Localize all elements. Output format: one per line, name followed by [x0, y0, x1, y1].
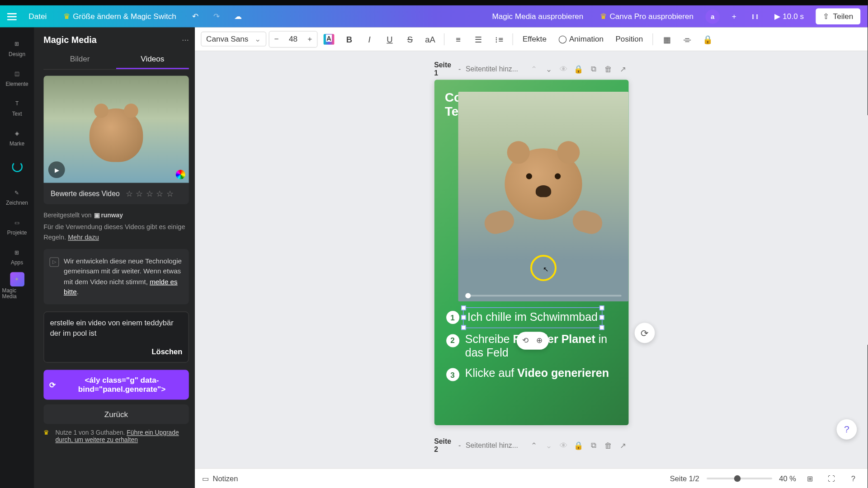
footer-bar: ▭Notizen Seite 1/2 40 % ⊞ ⛶ ?: [195, 468, 868, 488]
video-thumbnail[interactable]: [43, 75, 189, 183]
page-up-icon[interactable]: ⌃: [529, 440, 539, 451]
strikethrough-button[interactable]: S: [401, 30, 419, 48]
align-button[interactable]: ≡: [449, 30, 467, 48]
help-icon[interactable]: ?: [846, 471, 861, 486]
rating-stars[interactable]: ☆ ☆ ☆ ☆ ☆: [126, 189, 174, 198]
try-pro-button[interactable]: ♛Canva Pro ausprobieren: [595, 9, 698, 23]
star-icon[interactable]: ☆: [126, 189, 133, 198]
prompt-text[interactable]: erstelle ein video von einem teddybär de…: [50, 318, 183, 343]
color-wheel-icon[interactable]: [176, 170, 185, 179]
page-up-icon[interactable]: ⌃: [529, 63, 539, 75]
back-button[interactable]: Zurück: [43, 404, 189, 424]
star-icon[interactable]: ☆: [146, 189, 154, 198]
zoom-value[interactable]: 40 %: [779, 474, 796, 483]
page-1-canvas[interactable]: CoolerTeddy ↖ 1 Ich chille im Schw: [434, 80, 628, 425]
prompt-input[interactable]: erstelle ein video von einem teddybär de…: [43, 311, 189, 362]
refresh-element-button[interactable]: ⟳: [634, 323, 655, 343]
notes-icon: ▭: [202, 474, 209, 483]
tab-images[interactable]: Bilder: [43, 49, 116, 69]
rail-uploads[interactable]: [2, 152, 32, 181]
rail-magic-media[interactable]: ✦Magic Media: [2, 272, 32, 300]
rail-brand[interactable]: ◈Marke: [2, 123, 32, 151]
font-selector[interactable]: Canva Sans⌄: [201, 32, 266, 47]
text-color-button[interactable]: [320, 30, 338, 48]
rail-apps[interactable]: ⊞Apps: [2, 242, 32, 270]
more-page-icon[interactable]: ↗: [618, 440, 628, 451]
page-indicator[interactable]: Seite 1/2: [670, 474, 699, 483]
case-button[interactable]: aA: [421, 30, 439, 48]
effects-button[interactable]: Effekte: [518, 32, 551, 46]
video-progress-bar[interactable]: [465, 295, 621, 296]
copy-style-button[interactable]: ⌯: [678, 30, 696, 48]
rail-draw[interactable]: ✎Zeichnen: [2, 182, 32, 211]
rail-elements[interactable]: ◫Elemente: [2, 63, 32, 92]
page-down-icon[interactable]: ⌄: [544, 440, 554, 451]
insights-icon[interactable]: ⫾⫾: [748, 9, 763, 23]
star-icon[interactable]: ☆: [136, 189, 143, 198]
cloud-sync-icon[interactable]: ☁: [231, 9, 245, 23]
panel-more-icon[interactable]: ⋯: [182, 35, 189, 43]
underline-button[interactable]: U: [381, 30, 399, 48]
step-2-text[interactable]: Schreibe Fremder Planet in das Feld ⟲⊕: [465, 333, 620, 360]
undo-icon[interactable]: ↶: [188, 9, 203, 23]
page-title-input[interactable]: [466, 441, 519, 450]
increase-size-button[interactable]: +: [303, 31, 317, 47]
lock-button[interactable]: 🔒: [698, 30, 717, 48]
document-title[interactable]: Magic Media ausprobieren: [487, 9, 588, 23]
delete-page-icon[interactable]: 🗑: [603, 440, 613, 451]
selection-box[interactable]: [462, 307, 602, 328]
duplicate-page-icon[interactable]: ⧉: [589, 440, 599, 451]
usage-link[interactable]: Mehr dazu: [68, 233, 99, 240]
step-1-text[interactable]: Ich chille im Schwimmbad: [465, 310, 600, 325]
resize-menu[interactable]: ♛Größe ändern & Magic Switch: [59, 9, 181, 23]
step-3-text[interactable]: Klicke auf Video generieren: [465, 367, 609, 380]
plus-icon[interactable]: ⊕: [533, 334, 546, 347]
lock-page-icon[interactable]: 🔒: [574, 440, 584, 451]
hide-page-icon[interactable]: 👁: [559, 63, 569, 75]
fullscreen-icon[interactable]: ⛶: [825, 471, 839, 486]
spacing-button[interactable]: ⫶≡: [490, 30, 508, 48]
delete-page-icon[interactable]: 🗑: [603, 63, 613, 75]
help-button[interactable]: ?: [836, 419, 857, 440]
clear-button[interactable]: Löschen: [50, 348, 183, 356]
star-icon[interactable]: ☆: [156, 189, 164, 198]
present-button[interactable]: ▶ 10.0 s: [770, 9, 809, 23]
redo-icon[interactable]: ↷: [210, 9, 224, 23]
grid-view-icon[interactable]: ⊞: [803, 471, 818, 486]
rotate-icon[interactable]: ⟲: [519, 334, 532, 347]
video-element[interactable]: ↖: [458, 92, 628, 301]
add-member-icon[interactable]: +: [727, 9, 741, 23]
transparency-button[interactable]: ▦: [658, 30, 676, 48]
collapse-panel-icon[interactable]: ‹: [194, 240, 195, 276]
rail-projects[interactable]: ▭Projekte: [2, 212, 32, 240]
font-size-value[interactable]: 48: [283, 34, 302, 43]
share-button[interactable]: ⇧Teilen: [816, 8, 860, 24]
animation-button[interactable]: ◯ Animation: [554, 32, 609, 46]
decrease-size-button[interactable]: −: [269, 31, 284, 47]
file-menu[interactable]: Datei: [24, 9, 52, 23]
notes-button[interactable]: ▭Notizen: [202, 474, 238, 483]
menu-icon[interactable]: [7, 13, 17, 20]
hide-page-icon[interactable]: 👁: [559, 440, 569, 451]
floating-toolbar[interactable]: ⟲⊕: [516, 332, 548, 350]
more-page-icon[interactable]: ↗: [618, 63, 628, 75]
italic-button[interactable]: I: [360, 30, 378, 48]
page-down-icon[interactable]: ⌄: [544, 63, 554, 75]
rail-text[interactable]: TText: [2, 93, 32, 122]
page-title-input[interactable]: [466, 65, 519, 73]
list-button[interactable]: ☰: [470, 30, 488, 48]
generate-button[interactable]: ⟳<ály class="g" data-bind="panel.generat…: [43, 370, 189, 399]
page-1-header: Seite 1 - ⌃ ⌄ 👁 🔒 ⧉ 🗑 ↗: [434, 61, 628, 77]
video-result-card[interactable]: Bewerte dieses Video ☆ ☆ ☆ ☆ ☆: [43, 75, 189, 204]
zoom-slider[interactable]: [706, 478, 772, 479]
position-button[interactable]: Position: [611, 32, 648, 46]
tab-videos[interactable]: Videos: [116, 49, 189, 69]
rail-design[interactable]: ⊞Design: [2, 33, 32, 62]
avatar[interactable]: a: [705, 9, 720, 23]
bold-button[interactable]: B: [340, 30, 359, 48]
lock-page-icon[interactable]: 🔒: [574, 63, 584, 75]
star-icon[interactable]: ☆: [166, 189, 174, 198]
canvas-scroll[interactable]: Seite 1 - ⌃ ⌄ 👁 🔒 ⧉ 🗑 ↗ CoolerTeddy: [195, 51, 868, 468]
duplicate-page-icon[interactable]: ⧉: [589, 63, 599, 75]
play-icon[interactable]: [48, 161, 65, 178]
